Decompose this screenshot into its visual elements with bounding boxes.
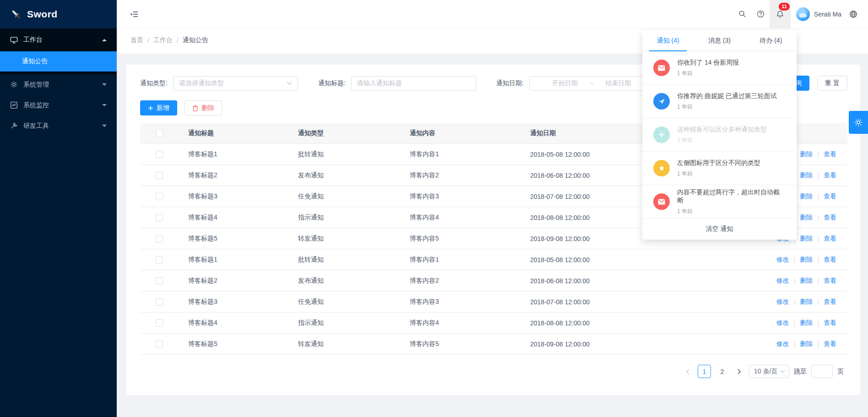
delete-link[interactable]: 删除 — [800, 235, 813, 243]
globe-icon[interactable] — [844, 0, 863, 28]
view-link[interactable]: 查看 — [824, 150, 836, 159]
row-checkbox[interactable] — [156, 277, 163, 285]
cell-title: 博客标题3 — [188, 192, 298, 201]
date-range-input[interactable]: 开始日期 ~ 结束日期 — [529, 76, 654, 91]
date-label: 通知日期: — [496, 79, 524, 88]
sidebar-item-workbench[interactable]: 工作台 — [0, 28, 117, 51]
type-select[interactable]: 请选择通知类型 — [173, 76, 298, 91]
notification-text: 这种模板可以区分多种通知类型 1 年前 — [677, 125, 767, 144]
view-link[interactable]: 查看 — [824, 214, 836, 222]
view-link[interactable]: 查看 — [824, 171, 836, 180]
prev-page-icon[interactable] — [682, 365, 693, 378]
chevron-down-icon — [102, 83, 107, 86]
gear-icon — [10, 81, 18, 88]
reset-button[interactable]: 重 置 — [817, 76, 847, 91]
page-size-select[interactable]: 10 条/页 — [749, 365, 789, 378]
row-checkbox[interactable] — [156, 214, 163, 221]
delete-link[interactable]: 删除 — [800, 150, 813, 159]
edit-link[interactable]: 修改 — [776, 256, 789, 264]
notification-item[interactable]: 左侧图标用于区分不同的类型 1 年前 — [642, 152, 797, 185]
dove-icon — [653, 93, 670, 110]
tab-messages[interactable]: 消息 (3) — [694, 30, 745, 51]
view-link[interactable]: 查看 — [824, 298, 836, 306]
sidebar-item-system-monitor[interactable]: 系统监控 — [0, 95, 117, 115]
row-checkbox[interactable] — [156, 235, 163, 242]
delete-link[interactable]: 删除 — [800, 214, 813, 222]
row-checkbox[interactable] — [156, 151, 163, 158]
add-button[interactable]: 新增 — [140, 100, 177, 115]
cell-content: 博客内容1 — [410, 150, 530, 159]
gear-icon — [854, 118, 863, 127]
cell-date: 2018-07-08 12:00:00 — [530, 298, 758, 306]
breadcrumb-home[interactable]: 首页 — [130, 36, 143, 44]
edit-link[interactable]: 修改 — [776, 277, 789, 285]
row-checkbox[interactable] — [156, 298, 163, 306]
page-number-1[interactable]: 1 — [698, 365, 711, 378]
view-link[interactable]: 查看 — [824, 340, 836, 348]
delete-link[interactable]: 删除 — [800, 277, 813, 285]
row-checkbox[interactable] — [156, 256, 163, 263]
cell-type: 发布通知 — [298, 171, 410, 180]
breadcrumb-separator: / — [147, 37, 149, 44]
action-separator: | — [817, 298, 819, 306]
notification-time: 1 年前 — [677, 70, 739, 77]
notification-item[interactable]: 你推荐的 曲妮妮 已通过第三轮面试 1 年前 — [642, 85, 797, 118]
sidebar-item-dev-tools[interactable]: 研发工具 — [0, 115, 117, 136]
search-icon[interactable] — [733, 0, 751, 28]
delete-link[interactable]: 删除 — [800, 256, 813, 264]
page-number-2[interactable]: 2 — [716, 365, 729, 378]
cell-type: 转发通知 — [298, 340, 410, 348]
breadcrumb-workbench[interactable]: 工作台 — [153, 36, 173, 44]
page-suffix: 页 — [837, 368, 844, 376]
notification-title: 你收到了 14 份新周报 — [677, 58, 739, 66]
delete-link[interactable]: 删除 — [800, 298, 813, 306]
title-input[interactable]: 请输入通知标题 — [351, 76, 476, 91]
notification-tabs: 通知 (4) 消息 (3) 待办 (4) — [642, 30, 797, 51]
avatar[interactable] — [796, 7, 810, 21]
jump-page-input[interactable] — [811, 365, 833, 378]
date-start-placeholder: 开始日期 — [552, 79, 578, 88]
view-link[interactable]: 查看 — [824, 192, 836, 201]
select-all-checkbox[interactable] — [156, 130, 163, 137]
tab-todos[interactable]: 待办 (4) — [745, 30, 797, 51]
next-page-icon[interactable] — [733, 365, 744, 378]
user-name[interactable]: Serati Ma — [814, 11, 841, 18]
notification-time: 1 年前 — [677, 137, 767, 144]
view-link[interactable]: 查看 — [824, 256, 836, 264]
notification-text: 左侧图标用于区分不同的类型 1 年前 — [677, 159, 760, 178]
notification-item[interactable]: 这种模板可以区分多种通知类型 1 年前 — [642, 118, 797, 152]
pagination: 1 2 10 条/页 跳至 页 — [140, 365, 847, 378]
row-checkbox[interactable] — [156, 319, 163, 327]
row-checkbox[interactable] — [156, 340, 163, 348]
help-icon[interactable] — [751, 0, 770, 28]
view-link[interactable]: 查看 — [824, 235, 836, 243]
edit-link[interactable]: 修改 — [776, 319, 789, 327]
row-checkbox[interactable] — [156, 193, 163, 200]
filter-type-group: 通知类型: 请选择通知类型 — [140, 76, 298, 91]
settings-button[interactable] — [849, 111, 868, 134]
notification-item[interactable]: 你收到了 14 份新周报 1 年前 — [642, 51, 797, 85]
row-checkbox[interactable] — [156, 172, 163, 179]
view-link[interactable]: 查看 — [824, 277, 836, 285]
bell-icon[interactable]: 11 — [770, 0, 791, 28]
sidebar-item-notice[interactable]: 通知公告 — [0, 51, 117, 71]
delete-button[interactable]: 删除 — [184, 100, 222, 115]
sidebar-item-system-admin[interactable]: 系统管理 — [0, 74, 117, 95]
edit-link[interactable]: 修改 — [776, 340, 789, 348]
chevron-down-icon — [287, 82, 292, 85]
menu-fold-icon[interactable] — [128, 0, 141, 28]
sidebar-item-label: 系统监控 — [23, 101, 49, 110]
notification-item[interactable]: 内容不要超过两行字，超出时自动截断 1 年前 — [642, 185, 797, 219]
row-actions: 修改|删除|查看 — [758, 340, 836, 348]
filter-date-group: 通知日期: 开始日期 ~ 结束日期 — [496, 76, 654, 91]
clear-notifications-button[interactable]: 清空 通知 — [642, 219, 797, 240]
delete-link[interactable]: 删除 — [800, 171, 813, 180]
view-link[interactable]: 查看 — [824, 319, 836, 327]
cell-date: 2018-08-08 12:00:00 — [530, 319, 758, 327]
delete-link[interactable]: 删除 — [800, 340, 813, 348]
delete-link[interactable]: 删除 — [800, 319, 813, 327]
cell-title: 博客标题3 — [188, 298, 298, 306]
delete-link[interactable]: 删除 — [800, 192, 813, 201]
tab-notifications[interactable]: 通知 (4) — [642, 30, 694, 51]
edit-link[interactable]: 修改 — [776, 298, 789, 306]
